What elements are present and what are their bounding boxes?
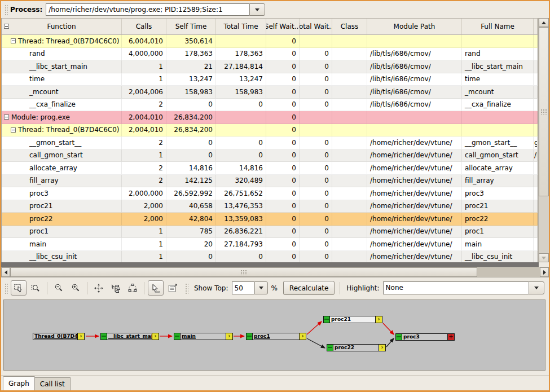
graph-properties-button[interactable] [165,280,181,296]
marquee-select-button[interactable] [11,280,27,296]
call-in-port-icon[interactable] [101,333,107,340]
cell-self-time: 26,834,200 [166,111,216,124]
horizontal-scroll-thumb[interactable] [10,267,477,277]
zoom-out-button[interactable] [51,280,67,296]
highlight-combobox[interactable]: None [383,281,544,294]
cell-calls: 1 [122,251,166,263]
graph-node-proc22[interactable]: proc22› [327,344,386,351]
call-in-port-icon[interactable] [324,316,330,323]
column-header-total-time[interactable]: Total Time [216,19,266,34]
cell-total-wait: 0 [300,149,332,162]
table-row[interactable]: _mcount2,004,006158,983158,98300/lib/tls… [2,86,538,99]
process-dropdown-button[interactable] [249,3,265,16]
toolbar-drag-handle[interactable] [4,283,8,294]
callees-arrow-badge[interactable]: › [375,316,382,323]
callees-arrow-badge[interactable]: › [379,345,385,351]
collapse-icon[interactable] [11,38,16,43]
cell-function: proc22 [2,213,122,225]
graph-node-proc3[interactable]: proc3+ [395,333,455,341]
horizontal-scroll-track[interactable] [477,267,540,277]
call-in-port-icon[interactable] [396,334,402,340]
highlight-value[interactable]: None [383,281,529,294]
graph-node-proc1[interactable]: proc1› [246,333,306,340]
scroll-left-button[interactable] [1,267,10,277]
process-combobox[interactable]: /home/richer/dev/vtune/prog.exe; PID:125… [46,3,265,16]
process-combobox-value[interactable]: /home/richer/dev/vtune/prog.exe; PID:125… [46,3,249,16]
pan-button[interactable] [91,280,107,296]
cell-self-time: 142,125 [166,175,216,187]
recalculate-button[interactable]: Recalculate [283,281,335,295]
table-row[interactable]: proc32,000,00026,592,99226,751,65200/hom… [2,187,538,200]
cell-self-time: 26,592,992 [166,187,216,200]
show-top-dropdown-button[interactable] [254,281,268,294]
show-top-input[interactable] [232,281,254,294]
table-row[interactable]: __libc_start_main12127,184,81400/lib/tls… [2,60,538,73]
table-row[interactable]: rand4,000,000178,363178,36300/lib/tls/i6… [2,48,538,61]
table-row[interactable]: proc222,00042,80413,359,08300/home/riche… [2,213,538,226]
callees-arrow-badge[interactable]: › [77,333,84,340]
toolbar-drag-handle[interactable] [184,283,188,294]
graph-node-proc21[interactable]: proc21› [323,316,382,323]
tab-call-list[interactable]: Call list [35,377,71,390]
layout-circular-button[interactable] [125,280,140,296]
table-row[interactable]: main12027,184,79300/home/richer/dev/vtun… [2,238,538,251]
collapse-icon[interactable] [11,127,16,133]
cell-self-wait: 0 [266,136,300,149]
table-row[interactable]: allocate_array214,81614,81600/home/riche… [2,162,538,175]
show-top-combobox[interactable] [232,281,268,294]
vertical-scroll-track[interactable] [539,196,549,253]
cell-class [332,226,367,238]
scroll-down-button[interactable] [539,253,549,262]
table-row[interactable]: __gmon_start__20000/home/richer/dev/vtun… [2,136,538,149]
table-row[interactable]: fill_array2142,125320,48900/home/richer/… [2,175,538,188]
table-row[interactable]: call_gmon_start10000/home/richer/dev/vtu… [2,149,538,162]
table-row[interactable]: time113,24713,24700/lib/tls/i686/cmov/ti… [2,73,538,86]
cell-class [332,35,367,47]
table-row[interactable]: proc212,00040,65813,476,35300/home/riche… [2,200,538,213]
column-header-module-path[interactable]: Module Path [367,19,462,34]
vertical-scroll-thumb[interactable] [539,27,549,196]
collapse-icon[interactable] [4,114,9,120]
call-in-port-icon[interactable] [327,345,333,351]
collapse-all-icon[interactable] [4,24,9,29]
tab-graph[interactable]: Graph [3,376,35,390]
table-vertical-scrollbar[interactable] [538,18,549,262]
graph-node-thread-0[interactable]: Thread_0(B7D4...› [33,333,85,340]
expand-plus-badge[interactable]: + [447,334,454,340]
scroll-right-button[interactable] [540,267,549,277]
call-in-port-icon[interactable] [174,333,181,340]
layout-tree-button[interactable] [108,280,124,296]
cell-total-time: 26,751,652 [216,187,266,200]
column-header-total-wait[interactable]: Total Wait... [300,19,332,34]
column-header-full-name[interactable]: Full Name [462,19,534,34]
call-graph-canvas[interactable]: Thread_0(B7D4...›__libc_start_main›main›… [3,299,545,371]
column-header-class[interactable]: Class [332,19,367,34]
column-header-self-time[interactable]: Self Time [166,19,216,34]
cell-extra [534,251,538,263]
cell-full-name: _mcount [462,86,534,98]
pointer-button[interactable] [148,280,164,296]
zoom-in-button[interactable] [68,280,83,296]
graph-node-main[interactable]: main› [174,333,233,340]
table-row[interactable]: __cxa_finalize20000/lib/tls/i686/cmov/__… [2,99,538,112]
cell-self-wait: 0 [266,238,300,250]
zoom-region-button[interactable] [28,280,43,296]
callees-arrow-badge[interactable]: › [299,333,306,340]
scroll-up-button[interactable] [539,18,549,27]
column-header-function[interactable]: Function [2,19,122,34]
graph-node-libc-start-main[interactable]: __libc_start_main› [100,333,159,340]
table-row[interactable]: proc1178526,836,22100/home/richer/dev/vt… [2,226,538,239]
table-row[interactable]: Module: prog.exe2,004,01026,834,2000 [2,111,538,124]
table-row[interactable]: Thread: Thread_0(B7D4C6C0)2,004,01026,83… [2,124,538,137]
highlight-dropdown-button[interactable] [529,281,544,294]
table-row[interactable]: __libc_csu_init10000/home/richer/dev/vtu… [2,251,538,263]
table-horizontal-scrollbar[interactable] [1,267,549,278]
column-header-self-wait[interactable]: Self Wait... [266,19,300,34]
toolbar-drag-handle[interactable] [4,4,8,15]
table-row[interactable]: Thread: Thread_0(B7D4C6C0)6,004,010350,6… [2,35,538,48]
callees-arrow-badge[interactable]: › [226,333,232,340]
cell-self-wait: 0 [266,35,300,47]
column-header-calls[interactable]: Calls [122,19,166,34]
callees-arrow-badge[interactable]: › [152,333,159,340]
call-in-port-icon[interactable] [247,333,253,340]
